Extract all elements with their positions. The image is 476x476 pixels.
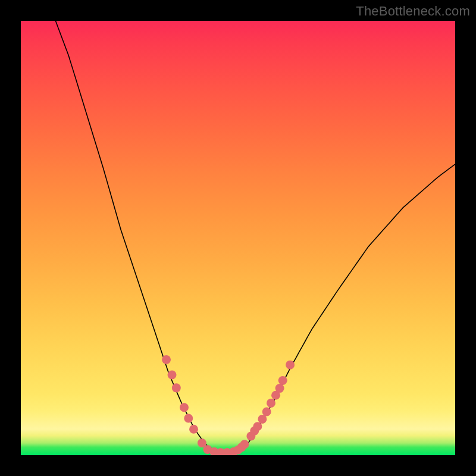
data-point [286, 361, 295, 369]
data-point [168, 370, 177, 379]
data-point [253, 422, 262, 431]
data-point [240, 440, 249, 449]
data-point [275, 384, 284, 393]
data-point [172, 383, 181, 392]
data-point [162, 355, 171, 364]
plot-area [21, 21, 455, 455]
bottleneck-curve [55, 21, 455, 453]
chart-frame: TheBottleneck.com [0, 0, 476, 476]
data-point [180, 403, 189, 412]
data-point [184, 414, 193, 422]
data-point [189, 425, 198, 434]
data-point [267, 399, 275, 408]
chart-svg [21, 21, 455, 455]
data-point [262, 408, 271, 416]
watermark-text: TheBottleneck.com [356, 4, 470, 19]
data-point [278, 376, 287, 385]
curve-path [55, 21, 455, 453]
data-points-group [162, 355, 295, 455]
